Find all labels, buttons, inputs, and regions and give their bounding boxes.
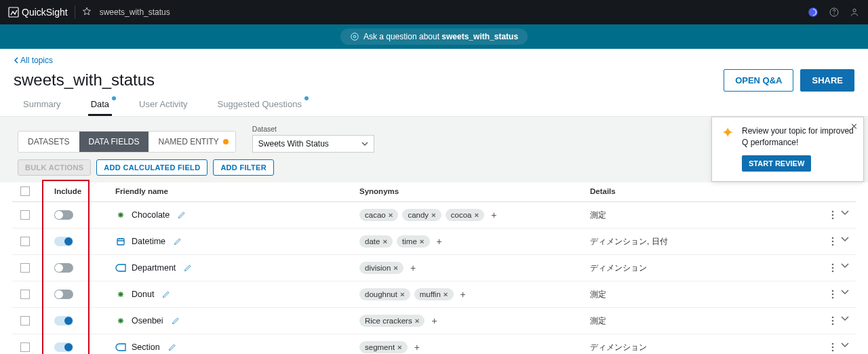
field-type-icon: [115, 342, 126, 353]
add-synonym-button[interactable]: +: [458, 289, 469, 300]
field-type-icon: [115, 236, 126, 247]
edit-icon[interactable]: [178, 211, 186, 219]
expand-row-icon[interactable]: [841, 263, 849, 273]
edit-icon[interactable]: [168, 343, 176, 351]
expand-row-icon[interactable]: [841, 210, 849, 220]
remove-tag-icon[interactable]: ×: [420, 237, 425, 245]
row-checkbox[interactable]: [20, 290, 30, 299]
synonym-tag[interactable]: doughnut ×: [359, 288, 410, 300]
col-synonyms: Synonyms: [359, 187, 590, 195]
expand-row-icon[interactable]: [841, 316, 849, 326]
row-menu-icon[interactable]: [831, 342, 834, 352]
star-icon[interactable]: [82, 7, 93, 18]
remove-tag-icon[interactable]: ×: [475, 211, 479, 219]
include-toggle[interactable]: [54, 316, 73, 326]
back-link[interactable]: All topics: [0, 49, 53, 66]
synonym-tag[interactable]: muffin ×: [414, 288, 454, 300]
include-toggle[interactable]: [54, 263, 73, 273]
remove-tag-icon[interactable]: ×: [393, 264, 398, 272]
subtab-named-entity[interactable]: NAMED ENTITY: [149, 132, 235, 152]
synonym-tag[interactable]: cacao ×: [359, 209, 398, 221]
synonym-tag[interactable]: cocoa ×: [446, 209, 484, 221]
remove-tag-icon[interactable]: ×: [443, 290, 448, 298]
synonym-label: time: [402, 237, 417, 245]
subtab-data-fields[interactable]: DATA FIELDS: [79, 132, 149, 152]
field-name: Department: [132, 263, 176, 273]
table-row: OsenbeiRice crackers ×+測定: [12, 308, 856, 334]
edit-icon[interactable]: [172, 317, 180, 325]
synonym-tag[interactable]: candy ×: [402, 209, 441, 221]
ask-question-pill[interactable]: Ask a question about sweets_with_status: [340, 28, 528, 45]
remove-tag-icon[interactable]: ×: [397, 343, 402, 351]
remove-tag-icon[interactable]: ×: [389, 211, 393, 219]
share-button[interactable]: SHARE: [800, 69, 854, 92]
row-menu-icon[interactable]: [831, 237, 834, 246]
field-type-icon: [115, 210, 126, 220]
svg-point-23: [832, 343, 834, 345]
quicksight-logo[interactable]: QuickSight: [8, 7, 68, 18]
row-checkbox[interactable]: [20, 237, 30, 246]
expand-row-icon[interactable]: [841, 290, 849, 299]
row-checkbox[interactable]: [20, 210, 30, 220]
tab-summary[interactable]: Summary: [20, 94, 64, 116]
svg-point-21: [832, 320, 834, 322]
tab-data[interactable]: Data: [88, 94, 112, 116]
edit-icon[interactable]: [162, 290, 170, 298]
include-toggle[interactable]: [54, 342, 73, 352]
popover-text: Review your topic for improved Q perform…: [742, 125, 854, 149]
svg-point-5: [351, 33, 359, 41]
row-checkbox[interactable]: [20, 316, 30, 326]
svg-point-14: [832, 264, 834, 266]
table-row: Departmentdivision ×+ディメンション: [12, 255, 856, 281]
include-toggle[interactable]: [54, 237, 73, 246]
field-type-icon: [115, 315, 126, 326]
row-menu-icon[interactable]: [831, 263, 834, 273]
field-name: Osenbei: [132, 316, 163, 326]
details-text: ディメンション: [590, 262, 802, 274]
dataset-select[interactable]: Sweets With Status: [252, 135, 374, 153]
svg-point-3: [833, 14, 834, 14]
svg-point-24: [832, 347, 834, 349]
add-calculated-field-button[interactable]: ADD CALCULATED FIELD: [96, 159, 208, 176]
remove-tag-icon[interactable]: ×: [415, 317, 420, 325]
synonym-tag[interactable]: Rice crackers ×: [359, 315, 425, 327]
add-synonym-button[interactable]: +: [434, 236, 445, 247]
open-qa-button[interactable]: OPEN Q&A: [724, 69, 793, 92]
synonym-tag[interactable]: division ×: [359, 262, 403, 274]
edit-icon[interactable]: [174, 237, 182, 245]
select-all-checkbox[interactable]: [20, 186, 30, 196]
row-menu-icon[interactable]: [831, 210, 834, 220]
bulk-actions-button: BULK ACTIONS: [18, 159, 91, 176]
assistant-icon[interactable]: [807, 6, 819, 18]
start-review-button[interactable]: START REVIEW: [742, 155, 811, 172]
add-synonym-button[interactable]: +: [408, 262, 418, 273]
synonym-tag[interactable]: time ×: [397, 235, 429, 248]
add-synonym-button[interactable]: +: [412, 342, 422, 353]
row-menu-icon[interactable]: [831, 290, 834, 299]
row-checkbox[interactable]: [20, 263, 30, 273]
help-icon[interactable]: [829, 7, 840, 18]
row-menu-icon[interactable]: [831, 316, 834, 326]
add-filter-button[interactable]: ADD FILTER: [213, 159, 274, 176]
add-synonym-button[interactable]: +: [488, 210, 499, 220]
include-toggle[interactable]: [54, 290, 73, 299]
expand-row-icon[interactable]: [841, 237, 849, 246]
remove-tag-icon[interactable]: ×: [431, 211, 436, 219]
remove-tag-icon[interactable]: ×: [382, 237, 387, 245]
add-synonym-button[interactable]: +: [429, 315, 439, 326]
row-checkbox[interactable]: [20, 342, 30, 352]
user-icon[interactable]: [849, 7, 860, 18]
include-toggle[interactable]: [54, 210, 73, 220]
subtab-datasets[interactable]: DATASETS: [18, 132, 79, 152]
edit-icon[interactable]: [184, 264, 192, 272]
close-icon[interactable]: ✕: [850, 121, 858, 132]
top-tabs: Summary Data User Activity Suggested Que…: [0, 94, 868, 117]
synonym-tag[interactable]: date ×: [359, 235, 393, 248]
status-dot-icon: [223, 139, 229, 144]
remove-tag-icon[interactable]: ×: [400, 290, 405, 298]
tab-suggested-questions[interactable]: Suggested Questions: [215, 94, 304, 116]
field-name: Section: [132, 342, 160, 352]
synonym-tag[interactable]: segment ×: [359, 341, 408, 353]
expand-row-icon[interactable]: [841, 342, 849, 352]
tab-user-activity[interactable]: User Activity: [136, 94, 191, 116]
